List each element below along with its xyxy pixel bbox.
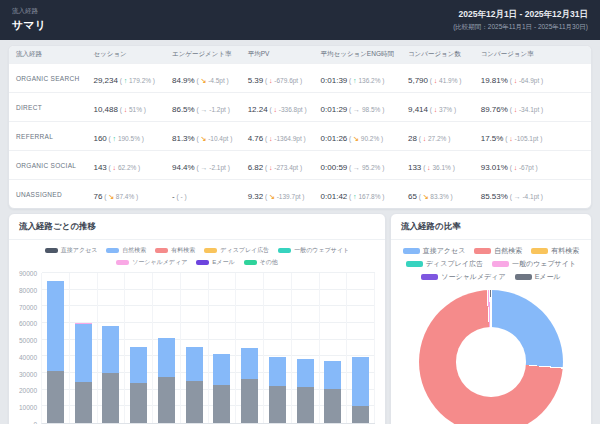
metric-cell: 94.4% ( → -2.1pt ) <box>165 151 241 180</box>
bar-segment-直接アクセス <box>102 373 119 423</box>
legend-item-自然検索[interactable]: 自然検索 <box>106 246 146 255</box>
bar-segment-直接アクセス <box>324 389 341 423</box>
trend-down-right-icon: ↘ <box>423 193 429 200</box>
metric-cell: 9,414 ( ↓ 37% ) <box>401 93 474 122</box>
bar-chart-plot: 0100002000030000400005000060000700008000… <box>9 269 385 424</box>
metric-cell: 89.76% ( ↓ -34.1pt ) <box>474 93 591 122</box>
header-titles: 流入経路 サマリ <box>12 7 46 33</box>
bar-slot <box>125 273 153 423</box>
legend-swatch-icon <box>515 274 532 280</box>
legend-swatch-icon <box>531 248 548 254</box>
stacked-bar-12月 <box>352 273 369 423</box>
stacked-bar-4月 <box>130 273 147 423</box>
metric-cell: 9.32 ( ↘ -139.7pt ) <box>241 180 314 209</box>
channel-name: DIRECT <box>9 93 86 122</box>
y-tick-label: 10000 <box>19 404 37 411</box>
bar-slot <box>292 273 320 423</box>
legend-item-一般のウェブサイト[interactable]: 一般のウェブサイト <box>492 259 576 269</box>
summary-table: 流入経路セッションエンゲージメント率平均PV平均セッションENG時間コンバージョ… <box>9 46 591 208</box>
legend-item-有料検索[interactable]: 有料検索 <box>155 246 195 255</box>
legend-item-一般のウェブサイト[interactable]: 一般のウェブサイト <box>278 246 349 255</box>
metric-change: ( ↓ -336.8pt ) <box>268 106 307 113</box>
metric-cell: 17.5% ( ↓ -105.1pt ) <box>474 122 591 151</box>
metric-value: 9.32 <box>248 192 264 201</box>
bar-segment-直接アクセス <box>352 406 369 423</box>
bar-segment-自然検索 <box>324 361 341 389</box>
bar-chart-legend: 直接アクセス自然検索有料検索ディスプレイ広告一般のウェブサイトソーシャルメディア… <box>9 240 385 269</box>
metric-cell: 5.39 ( ↓ -679.6pt ) <box>241 64 314 93</box>
legend-swatch-icon <box>204 248 217 253</box>
metric-cell: 133 ( ↓ 36.1% ) <box>401 151 474 180</box>
trend-down-icon: ↓ <box>427 164 431 171</box>
metric-cell: 4.76 ( ↓ -1364.9pt ) <box>241 122 314 151</box>
trend-down-icon: ↓ <box>269 164 273 171</box>
bar-segment-自然検索 <box>241 348 258 379</box>
legend-label: Eメール <box>212 258 234 267</box>
metric-change: ( ↓ 62.2% ) <box>107 164 141 171</box>
bar-slot <box>236 273 264 423</box>
trend-down-icon: ↓ <box>514 164 518 171</box>
metric-value: 65 <box>408 192 417 201</box>
bar-slot <box>70 273 98 423</box>
metric-change: ( ↘ -139.7pt ) <box>263 193 304 200</box>
metric-change: ( ↑ 190.5% ) <box>107 135 144 142</box>
stacked-bar-11月 <box>324 273 341 423</box>
metric-value: 9,414 <box>408 105 428 114</box>
stacked-bar-10月 <box>297 273 314 423</box>
trend-down-icon: ↓ <box>514 106 518 113</box>
legend-item-ディスプレイ広告[interactable]: ディスプレイ広告 <box>204 246 269 255</box>
metric-cell: 0:01:29 ( → 98.5% ) <box>314 93 401 122</box>
trend-up-icon: ↑ <box>353 77 357 84</box>
metric-change: ( ↓ 27.2% ) <box>417 135 451 142</box>
trend-up-icon: ↑ <box>113 135 117 142</box>
metric-cell: 0:00:59 ( → 95.2% ) <box>314 151 401 180</box>
metric-cell: 81.3% ( ↘ -10.4pt ) <box>165 122 241 151</box>
legend-swatch-icon <box>406 261 423 267</box>
legend-item-ディスプレイ広告[interactable]: ディスプレイ広告 <box>406 259 483 269</box>
bar-segment-自然検索 <box>352 357 369 407</box>
y-tick-label: 40000 <box>19 353 37 360</box>
bar-segment-自然検索 <box>158 338 175 377</box>
trend-flat-icon: → <box>200 106 207 113</box>
bar-segment-自然検索 <box>213 354 230 384</box>
legend-item-その他[interactable]: その他 <box>244 258 278 267</box>
legend-label: ソーシャルメディア <box>441 272 505 282</box>
plot-area <box>41 273 375 424</box>
table-header-row: 流入経路セッションエンゲージメント率平均PV平均セッションENG時間コンバージョ… <box>9 46 591 64</box>
stacked-bar-1月 <box>47 273 64 423</box>
stacked-bar-3月 <box>102 273 119 423</box>
bar-slot <box>264 273 292 423</box>
legend-item-Eメール[interactable]: Eメール <box>515 272 561 282</box>
date-range-picker[interactable]: 2025年12月1日 - 2025年12月31日 (比較期間：2025年11月1… <box>453 9 588 32</box>
y-tick-label: 90000 <box>19 270 37 277</box>
metric-value: 81.3% <box>172 134 195 143</box>
stacked-bar-5月 <box>158 273 175 423</box>
trend-flat-icon: → <box>200 164 207 171</box>
y-tick-label: 70000 <box>19 303 37 310</box>
metric-change: ( ↘ 90.2% ) <box>347 135 383 142</box>
metric-cell: 160 ( ↑ 190.5% ) <box>86 122 165 151</box>
metric-change: ( ↓ 41.9% ) <box>428 77 462 84</box>
legend-label: 一般のウェブサイト <box>294 246 349 255</box>
legend-item-Eメール[interactable]: Eメール <box>196 258 234 267</box>
trend-down-right-icon: ↘ <box>200 77 206 84</box>
donut-chart-legend: 直接アクセス自然検索有料検索ディスプレイ広告一般のウェブサイトソーシャルメディア… <box>391 240 591 284</box>
legend-item-自然検索[interactable]: 自然検索 <box>474 246 522 256</box>
legend-item-直接アクセス[interactable]: 直接アクセス <box>45 246 98 255</box>
metric-value: 10,488 <box>93 105 117 114</box>
legend-swatch-icon <box>474 248 491 254</box>
trend-flat-icon: → <box>353 106 360 113</box>
legend-item-直接アクセス[interactable]: 直接アクセス <box>403 246 466 256</box>
y-tick-label: 0 <box>33 421 37 424</box>
y-tick-label: 50000 <box>19 337 37 344</box>
metric-cell: 28 ( ↓ 27.2% ) <box>401 122 474 151</box>
legend-label: ディスプレイ広告 <box>426 259 483 269</box>
trend-down-icon: ↓ <box>423 135 427 142</box>
legend-item-ソーシャルメディア[interactable]: ソーシャルメディア <box>421 272 505 282</box>
legend-item-ソーシャルメディア[interactable]: ソーシャルメディア <box>116 258 187 267</box>
bar-slot <box>98 273 126 423</box>
column-header: エンゲージメント率 <box>165 46 241 64</box>
metric-change: ( → 98.5% ) <box>347 106 384 113</box>
legend-label: 直接アクセス <box>423 246 466 256</box>
legend-item-有料検索[interactable]: 有料検索 <box>531 246 579 256</box>
